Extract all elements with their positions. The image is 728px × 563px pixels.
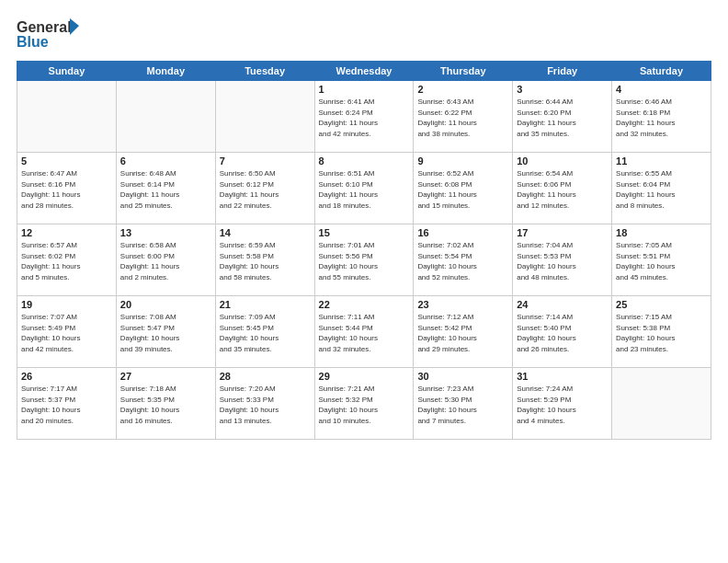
day-number: 14 bbox=[220, 227, 311, 238]
calendar-cell: 21Sunrise: 7:09 AM Sunset: 5:45 PM Dayli… bbox=[215, 296, 314, 368]
calendar-cell: 3Sunrise: 6:44 AM Sunset: 6:20 PM Daylig… bbox=[513, 81, 612, 153]
calendar-cell: 14Sunrise: 6:59 AM Sunset: 5:58 PM Dayli… bbox=[215, 224, 314, 296]
weekday-wednesday: Wednesday bbox=[314, 62, 414, 81]
sun-info: Sunrise: 7:01 AM Sunset: 5:56 PM Dayligh… bbox=[319, 240, 410, 282]
day-number: 30 bbox=[417, 371, 508, 382]
day-number: 27 bbox=[120, 371, 211, 382]
day-number: 20 bbox=[120, 299, 211, 310]
day-number: 9 bbox=[417, 155, 508, 167]
week-row-2: 5Sunrise: 6:47 AM Sunset: 6:16 PM Daylig… bbox=[17, 153, 711, 224]
day-number: 12 bbox=[21, 227, 112, 238]
logo-svg: GeneralBlue bbox=[17, 17, 81, 52]
calendar-table: SundayMondayTuesdayWednesdayThursdayFrid… bbox=[17, 61, 711, 440]
day-number: 31 bbox=[517, 371, 608, 382]
day-number: 5 bbox=[21, 155, 112, 167]
sun-info: Sunrise: 6:41 AM Sunset: 6:24 PM Dayligh… bbox=[319, 97, 410, 139]
day-number: 23 bbox=[417, 299, 508, 310]
day-number: 4 bbox=[616, 84, 707, 95]
day-number: 1 bbox=[319, 84, 410, 95]
calendar-cell: 19Sunrise: 7:07 AM Sunset: 5:49 PM Dayli… bbox=[17, 296, 117, 368]
day-number: 11 bbox=[616, 155, 707, 167]
day-number: 29 bbox=[319, 371, 410, 382]
calendar-cell: 7Sunrise: 6:50 AM Sunset: 6:12 PM Daylig… bbox=[215, 153, 314, 224]
sun-info: Sunrise: 7:11 AM Sunset: 5:44 PM Dayligh… bbox=[319, 312, 410, 354]
calendar-cell: 24Sunrise: 7:14 AM Sunset: 5:40 PM Dayli… bbox=[513, 296, 612, 368]
sun-info: Sunrise: 7:04 AM Sunset: 5:53 PM Dayligh… bbox=[517, 240, 608, 282]
weekday-tuesday: Tuesday bbox=[215, 62, 314, 81]
sun-info: Sunrise: 7:12 AM Sunset: 5:42 PM Dayligh… bbox=[417, 312, 508, 354]
day-number: 25 bbox=[616, 299, 707, 310]
calendar-cell: 9Sunrise: 6:52 AM Sunset: 6:08 PM Daylig… bbox=[414, 153, 513, 224]
calendar-cell: 29Sunrise: 7:21 AM Sunset: 5:32 PM Dayli… bbox=[314, 368, 414, 440]
sun-info: Sunrise: 6:54 AM Sunset: 6:06 PM Dayligh… bbox=[517, 168, 608, 211]
day-number: 15 bbox=[319, 227, 410, 238]
calendar-page: GeneralBlue SundayMondayTuesdayWednesday… bbox=[0, 0, 728, 563]
sun-info: Sunrise: 6:59 AM Sunset: 5:58 PM Dayligh… bbox=[220, 240, 311, 282]
calendar-cell: 17Sunrise: 7:04 AM Sunset: 5:53 PM Dayli… bbox=[513, 224, 612, 296]
sun-info: Sunrise: 6:57 AM Sunset: 6:02 PM Dayligh… bbox=[21, 240, 112, 282]
header: GeneralBlue bbox=[17, 17, 711, 52]
sun-info: Sunrise: 6:44 AM Sunset: 6:20 PM Dayligh… bbox=[517, 97, 608, 139]
day-number: 16 bbox=[417, 227, 508, 238]
sun-info: Sunrise: 7:09 AM Sunset: 5:45 PM Dayligh… bbox=[220, 312, 311, 354]
sun-info: Sunrise: 6:47 AM Sunset: 6:16 PM Dayligh… bbox=[21, 168, 112, 211]
day-number: 21 bbox=[220, 299, 311, 310]
day-number: 19 bbox=[21, 299, 112, 310]
sun-info: Sunrise: 6:46 AM Sunset: 6:18 PM Dayligh… bbox=[616, 97, 707, 139]
calendar-cell: 27Sunrise: 7:18 AM Sunset: 5:35 PM Dayli… bbox=[116, 368, 215, 440]
calendar-cell: 1Sunrise: 6:41 AM Sunset: 6:24 PM Daylig… bbox=[314, 81, 414, 153]
day-number: 28 bbox=[220, 371, 311, 382]
calendar-cell: 4Sunrise: 6:46 AM Sunset: 6:18 PM Daylig… bbox=[612, 81, 711, 153]
calendar-cell: 6Sunrise: 6:48 AM Sunset: 6:14 PM Daylig… bbox=[116, 153, 215, 224]
sun-info: Sunrise: 7:05 AM Sunset: 5:51 PM Dayligh… bbox=[616, 240, 707, 282]
day-number: 10 bbox=[517, 155, 608, 167]
sun-info: Sunrise: 6:52 AM Sunset: 6:08 PM Dayligh… bbox=[417, 168, 508, 211]
calendar-cell: 31Sunrise: 7:24 AM Sunset: 5:29 PM Dayli… bbox=[513, 368, 612, 440]
weekday-monday: Monday bbox=[116, 62, 215, 81]
sun-info: Sunrise: 7:14 AM Sunset: 5:40 PM Dayligh… bbox=[517, 312, 608, 354]
sun-info: Sunrise: 7:15 AM Sunset: 5:38 PM Dayligh… bbox=[616, 312, 707, 354]
calendar-cell: 16Sunrise: 7:02 AM Sunset: 5:54 PM Dayli… bbox=[414, 224, 513, 296]
calendar-cell: 11Sunrise: 6:55 AM Sunset: 6:04 PM Dayli… bbox=[612, 153, 711, 224]
calendar-cell: 23Sunrise: 7:12 AM Sunset: 5:42 PM Dayli… bbox=[414, 296, 513, 368]
svg-text:General: General bbox=[17, 19, 72, 35]
day-number: 18 bbox=[616, 227, 707, 238]
weekday-friday: Friday bbox=[513, 62, 612, 81]
calendar-cell bbox=[116, 81, 215, 153]
day-number: 8 bbox=[319, 155, 410, 167]
sun-info: Sunrise: 6:58 AM Sunset: 6:00 PM Dayligh… bbox=[120, 240, 211, 282]
weekday-thursday: Thursday bbox=[414, 62, 513, 81]
weekday-saturday: Saturday bbox=[612, 62, 711, 81]
sun-info: Sunrise: 7:24 AM Sunset: 5:29 PM Dayligh… bbox=[517, 384, 608, 426]
sun-info: Sunrise: 6:51 AM Sunset: 6:10 PM Dayligh… bbox=[319, 168, 410, 211]
calendar-cell: 28Sunrise: 7:20 AM Sunset: 5:33 PM Dayli… bbox=[215, 368, 314, 440]
day-number: 24 bbox=[517, 299, 608, 310]
week-row-3: 12Sunrise: 6:57 AM Sunset: 6:02 PM Dayli… bbox=[17, 224, 711, 296]
day-number: 2 bbox=[417, 84, 508, 95]
day-number: 6 bbox=[120, 155, 211, 167]
day-number: 13 bbox=[120, 227, 211, 238]
sun-info: Sunrise: 7:23 AM Sunset: 5:30 PM Dayligh… bbox=[417, 384, 508, 426]
calendar-cell: 2Sunrise: 6:43 AM Sunset: 6:22 PM Daylig… bbox=[414, 81, 513, 153]
calendar-cell: 26Sunrise: 7:17 AM Sunset: 5:37 PM Dayli… bbox=[17, 368, 117, 440]
svg-text:Blue: Blue bbox=[17, 34, 49, 50]
day-number: 7 bbox=[220, 155, 311, 167]
sun-info: Sunrise: 6:55 AM Sunset: 6:04 PM Dayligh… bbox=[616, 168, 707, 211]
calendar-cell bbox=[612, 368, 711, 440]
sun-info: Sunrise: 7:17 AM Sunset: 5:37 PM Dayligh… bbox=[21, 384, 112, 426]
day-number: 3 bbox=[517, 84, 608, 95]
sun-info: Sunrise: 7:07 AM Sunset: 5:49 PM Dayligh… bbox=[21, 312, 112, 354]
calendar-cell: 8Sunrise: 6:51 AM Sunset: 6:10 PM Daylig… bbox=[314, 153, 414, 224]
logo: GeneralBlue bbox=[17, 17, 81, 52]
week-row-5: 26Sunrise: 7:17 AM Sunset: 5:37 PM Dayli… bbox=[17, 368, 711, 440]
calendar-cell: 15Sunrise: 7:01 AM Sunset: 5:56 PM Dayli… bbox=[314, 224, 414, 296]
calendar-cell: 25Sunrise: 7:15 AM Sunset: 5:38 PM Dayli… bbox=[612, 296, 711, 368]
sun-info: Sunrise: 6:48 AM Sunset: 6:14 PM Dayligh… bbox=[120, 168, 211, 211]
day-number: 17 bbox=[517, 227, 608, 238]
weekday-sunday: Sunday bbox=[17, 62, 117, 81]
calendar-cell: 5Sunrise: 6:47 AM Sunset: 6:16 PM Daylig… bbox=[17, 153, 117, 224]
sun-info: Sunrise: 7:18 AM Sunset: 5:35 PM Dayligh… bbox=[120, 384, 211, 426]
sun-info: Sunrise: 7:21 AM Sunset: 5:32 PM Dayligh… bbox=[319, 384, 410, 426]
sun-info: Sunrise: 6:43 AM Sunset: 6:22 PM Dayligh… bbox=[417, 97, 508, 139]
week-row-4: 19Sunrise: 7:07 AM Sunset: 5:49 PM Dayli… bbox=[17, 296, 711, 368]
